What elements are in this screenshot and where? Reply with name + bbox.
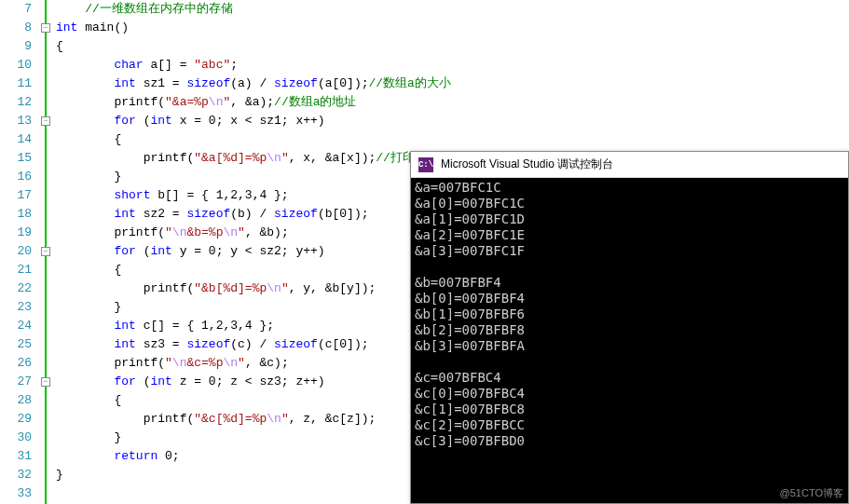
- line-number: 19: [0, 224, 32, 242]
- console-line: [415, 259, 844, 275]
- line-number: 21: [0, 261, 32, 279]
- console-line: [415, 354, 844, 370]
- line-number: 11: [0, 75, 32, 93]
- line-number: 24: [0, 317, 32, 335]
- line-number: 17: [0, 186, 32, 205]
- code-line[interactable]: int sz1 = sizeof(a) / sizeof(a[0]);//数组a…: [56, 75, 849, 93]
- line-number: 16: [0, 168, 32, 186]
- line-number: 8: [0, 19, 32, 37]
- line-number: 14: [0, 130, 32, 149]
- code-line[interactable]: //一维数组在内存中的存储: [56, 0, 849, 19]
- console-window[interactable]: C:\ Microsoft Visual Studio 调试控制台 &a=007…: [410, 151, 849, 504]
- console-line: &a[1]=007BFC1D: [415, 211, 844, 227]
- fold-toggle-icon[interactable]: −: [41, 116, 50, 126]
- console-output[interactable]: &a=007BFC1C&a[0]=007BFC1C&a[1]=007BFC1D&…: [411, 178, 848, 503]
- watermark: @51CTO博客: [780, 486, 843, 500]
- line-number: 29: [0, 410, 32, 429]
- line-number: 32: [0, 466, 32, 484]
- console-line: &c[1]=007BFBC8: [415, 402, 844, 417]
- line-number: 22: [0, 279, 32, 298]
- console-line: &c[0]=007BFBC4: [415, 386, 844, 402]
- code-line[interactable]: for (int x = 0; x < sz1; x++): [56, 112, 849, 130]
- console-line: &b[1]=007BFBF6: [415, 306, 844, 322]
- fold-toggle-icon[interactable]: −: [41, 23, 50, 33]
- line-number: 15: [0, 149, 32, 168]
- console-app-icon: C:\: [418, 157, 433, 172]
- line-number: 20: [0, 242, 32, 261]
- console-line: &a=007BFC1C: [415, 180, 844, 196]
- line-number: 10: [0, 56, 32, 75]
- console-line: &a[0]=007BFC1C: [415, 196, 844, 211]
- line-number: 30: [0, 429, 32, 447]
- line-number: 18: [0, 205, 32, 224]
- console-line: &b[3]=007BFBFA: [415, 338, 844, 354]
- line-number: 23: [0, 298, 32, 317]
- console-title: Microsoft Visual Studio 调试控制台: [441, 157, 613, 172]
- console-titlebar[interactable]: C:\ Microsoft Visual Studio 调试控制台: [411, 152, 848, 178]
- code-line[interactable]: {: [56, 37, 849, 56]
- console-line: &c[3]=007BFBD0: [415, 433, 844, 449]
- fold-toggle-icon[interactable]: −: [41, 247, 50, 256]
- fold-column[interactable]: −−−−: [39, 0, 56, 504]
- line-number: 28: [0, 391, 32, 410]
- code-line[interactable]: int main(): [56, 19, 849, 37]
- fold-toggle-icon[interactable]: −: [41, 377, 50, 387]
- line-number: 9: [0, 37, 32, 56]
- line-number-gutter: 7891011121314151617181920212223242526272…: [0, 0, 39, 504]
- line-number: 7: [0, 0, 32, 19]
- line-number: 31: [0, 447, 32, 466]
- console-line: &b=007BFBF4: [415, 275, 844, 291]
- line-number: 13: [0, 112, 32, 130]
- code-line[interactable]: {: [56, 130, 849, 149]
- line-number: 12: [0, 93, 32, 112]
- code-line[interactable]: char a[] = "abc";: [56, 56, 849, 75]
- console-line: &a[3]=007BFC1F: [415, 243, 844, 259]
- line-number: 26: [0, 354, 32, 373]
- line-number: 27: [0, 373, 32, 391]
- console-line: &c[2]=007BFBCC: [415, 417, 844, 433]
- code-line[interactable]: printf("&a=%p\n", &a);//数组a的地址: [56, 93, 849, 112]
- console-line: &c=007BFBC4: [415, 370, 844, 386]
- console-line: &a[2]=007BFC1E: [415, 227, 844, 243]
- line-number: 25: [0, 335, 32, 354]
- console-line: &b[2]=007BFBF8: [415, 322, 844, 338]
- console-line: &b[0]=007BFBF4: [415, 291, 844, 306]
- line-number: 33: [0, 484, 32, 503]
